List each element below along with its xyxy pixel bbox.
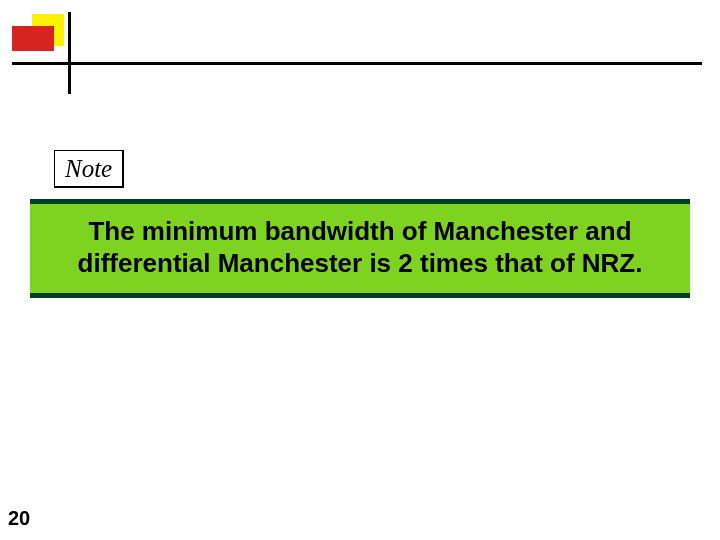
header-vertical-rule-over — [68, 12, 71, 94]
note-highlight-block: The minimum bandwidth of Manchester and … — [30, 204, 690, 293]
slide: Note The minimum bandwidth of Manchester… — [0, 0, 720, 540]
note-badge: Note — [54, 150, 124, 188]
header-horizontal-rule — [12, 62, 702, 65]
page-number: 20 — [8, 507, 30, 530]
note-text: The minimum bandwidth of Manchester and … — [50, 216, 670, 279]
corner-red-rect — [12, 26, 54, 51]
